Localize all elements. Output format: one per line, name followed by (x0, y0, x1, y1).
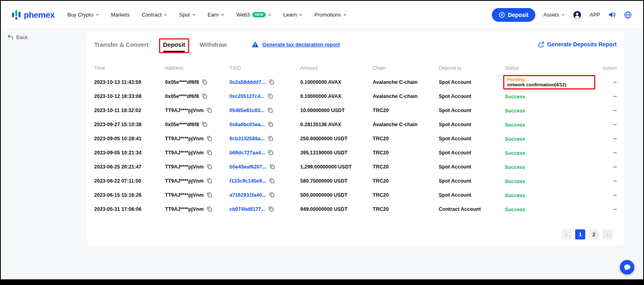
status-pending: Pendingnetwork confirmation(4/12) (505, 76, 569, 88)
table-row: 2023-10-12 18:33:080x05e****df6f80xc2051… (94, 89, 617, 103)
back-label: Back (16, 34, 28, 40)
copy-icon[interactable] (268, 136, 273, 141)
tab-deposit[interactable]: Deposit (163, 41, 185, 52)
pagination-page-1[interactable]: 1 (575, 229, 585, 239)
copy-icon[interactable] (202, 122, 207, 127)
copy-icon[interactable] (207, 178, 212, 183)
copy-icon[interactable] (269, 178, 275, 183)
cell-amount: 395.13190000 USDT (300, 150, 373, 156)
copy-icon[interactable] (268, 150, 273, 155)
copy-icon[interactable] (202, 94, 207, 99)
txid-link[interactable]: b69dc727aa4... (229, 150, 265, 156)
nav-item-promotions[interactable]: Promotions (314, 12, 347, 18)
account-button[interactable] (573, 10, 582, 19)
txid-link[interactable]: 0x2a58dddd7... (229, 79, 266, 85)
cell-action: -- (592, 178, 617, 184)
copy-icon[interactable] (268, 94, 273, 99)
nav-item-buy-crypto[interactable]: Buy Crypto (67, 12, 99, 18)
copy-icon[interactable] (207, 150, 212, 155)
tabs: Transfer & ConvertDepositWithdraw (94, 41, 241, 52)
app-link[interactable]: APP (590, 12, 600, 18)
status-pending-label: Pending (507, 77, 566, 82)
pagination-page-2[interactable]: 2 (589, 229, 599, 239)
cell-time: 2023-06-15 15:16:26 (94, 192, 165, 198)
txid-link[interactable]: 05485e81c83... (229, 108, 264, 113)
copy-icon[interactable] (202, 79, 207, 85)
address-value: TT9AJ****pjVnm (165, 178, 204, 184)
address-value: TT9AJ****pjVnm (165, 206, 204, 212)
copy-icon[interactable] (268, 122, 273, 127)
tab-transfer-convert[interactable]: Transfer & Convert (94, 41, 149, 52)
generate-deposits-report-link[interactable]: Generate Deposits Report (538, 41, 617, 48)
table-row: 2023-09-05 10:28:41TT9AJ****pjVnm6cb3132… (94, 131, 617, 146)
nav-item-earn[interactable]: Earn (208, 12, 224, 18)
copy-icon[interactable] (207, 206, 212, 212)
cell-chain: Avalanche C-chain (373, 79, 439, 85)
cell-chain: Avalanche C-chain (373, 122, 439, 127)
cell-txid: b69dc727aa4... (229, 150, 300, 156)
txid-link[interactable]: 0xc205127c4... (229, 94, 264, 99)
cell-status: Success (505, 93, 592, 100)
status-success: Success (505, 207, 525, 212)
cell-chain: TRC20 (373, 206, 439, 212)
copy-icon[interactable] (207, 136, 212, 141)
pagination-prev-button[interactable]: ‹ (561, 229, 572, 239)
copy-icon[interactable] (269, 192, 275, 198)
copy-icon[interactable] (207, 164, 212, 169)
chat-support-button[interactable] (620, 260, 634, 275)
cell-action: -- (592, 79, 617, 85)
assets-menu[interactable]: Assets (543, 12, 565, 18)
txid-link[interactable]: 6cb3132588a... (229, 136, 265, 141)
pagination-next-button[interactable]: › (603, 229, 613, 239)
tax-report-link[interactable]: Generate tax declaration report (262, 42, 340, 48)
cell-action: -- (592, 108, 617, 113)
cell-status: Success (505, 177, 592, 185)
chevron-down-icon (221, 14, 224, 16)
txid-link[interactable]: f133c9c145e9... (229, 178, 266, 184)
phemex-logo-icon (12, 10, 21, 20)
cell-status: Success (505, 135, 592, 142)
cell-action: -- (592, 206, 617, 212)
copy-icon[interactable] (270, 164, 275, 169)
tab-label: Transfer & Convert (94, 41, 149, 48)
txid-link[interactable]: 0x6a6bc03ea... (229, 122, 265, 127)
phemex-logo[interactable]: phemex (12, 10, 54, 20)
copy-icon[interactable] (268, 108, 273, 113)
copy-icon[interactable] (207, 192, 212, 198)
txid-link[interactable]: cb074bd8177... (229, 206, 265, 212)
cell-time: 2023-09-27 15:10:38 (94, 122, 165, 127)
tab-withdraw[interactable]: Withdraw (200, 41, 227, 52)
nav-item-markets[interactable]: Markets (111, 12, 130, 18)
cell-action: -- (592, 164, 617, 170)
cell-status: Success (505, 107, 592, 114)
new-badge: NEW (252, 12, 266, 18)
nav-item-learn[interactable]: Learn (283, 12, 302, 18)
nav-item-web3[interactable]: Web3NEW (236, 12, 271, 18)
txid-link[interactable]: a7162931fa40... (229, 192, 266, 198)
cell-action: -- (592, 94, 617, 99)
announcements-button[interactable] (608, 11, 616, 18)
copy-icon[interactable] (268, 206, 274, 212)
top-navbar: phemex Buy CryptoMarketsContractSpotEarn… (1, 1, 643, 29)
cell-deposit-to: Spot Account (439, 122, 505, 127)
tax-report-link-group[interactable]: Generate tax declaration report (252, 41, 340, 48)
table-row: 2023-09-05 10:21:34TT9AJ****pjVnmb69dc72… (94, 146, 617, 160)
cell-chain: TRC20 (373, 136, 439, 141)
status-success: Success (505, 150, 525, 156)
nav-item-spot[interactable]: Spot (179, 12, 196, 18)
status-success: Success (505, 94, 525, 100)
copy-icon[interactable] (269, 79, 274, 85)
address-value: TT9AJ****pjVnm (165, 164, 204, 170)
back-button[interactable]: Back (7, 34, 28, 40)
cell-status: Success (505, 191, 592, 199)
status-success: Success (505, 179, 525, 184)
tabs-row: Transfer & ConvertDepositWithdraw Genera… (87, 31, 624, 55)
cell-address: TT9AJ****pjVnm (165, 206, 229, 212)
deposit-button[interactable]: Deposit (492, 8, 535, 22)
language-button[interactable] (624, 11, 632, 19)
status-success: Success (505, 122, 525, 128)
table-body: 2023-10-13 11:43:590x05e****df6f80x2a58d… (94, 75, 617, 216)
nav-item-contract[interactable]: Contract (142, 12, 167, 18)
copy-icon[interactable] (207, 108, 212, 113)
txid-link[interactable]: b5e45eaf6207... (229, 164, 266, 170)
